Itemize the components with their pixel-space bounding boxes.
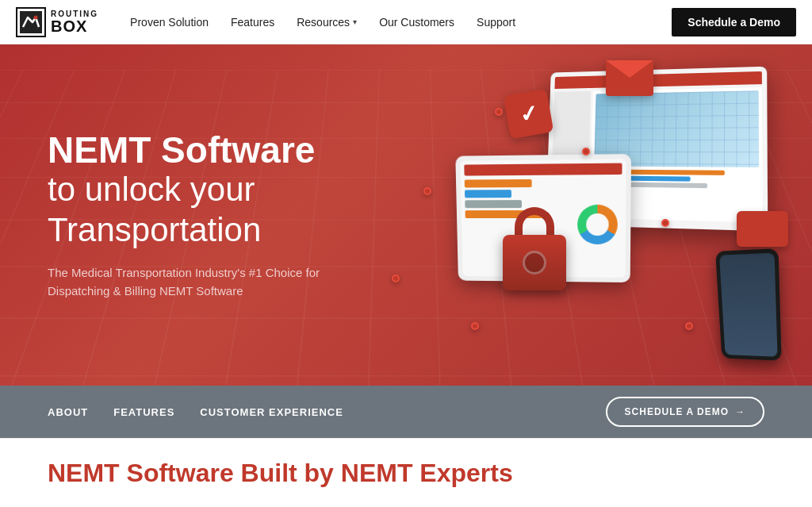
chevron-down-icon: ▾ (353, 17, 357, 26)
logo-box-label: BOX (51, 18, 98, 34)
hero-content: NEMT Software to unlock your Transportat… (0, 130, 373, 300)
nav-resources[interactable]: Resources ▾ (297, 16, 357, 29)
tablet-bar-blue (465, 190, 511, 198)
sec-nav-about[interactable]: ABOUT (48, 406, 88, 418)
svg-rect-0 (20, 11, 42, 33)
schedule-demo-button[interactable]: Schedule a Demo (672, 8, 796, 36)
dot-7 (392, 275, 400, 282)
checkmark-symbol: ✓ (517, 99, 539, 128)
nav-links: Proven Solution Features Resources ▾ Our… (130, 16, 672, 29)
hero-illustration: ✓ (368, 44, 812, 386)
tablet-bar-orange (465, 179, 532, 188)
tablet-bar-row-2 (465, 190, 569, 198)
donut-chart (577, 204, 618, 244)
hero-title: NEMT Software to unlock your Transportat… (48, 130, 325, 250)
svg-point-1 (34, 15, 38, 19)
bottom-section: NEMT Software Built by NEMT Experts (0, 438, 812, 507)
logo-text: ROUTING BOX (51, 10, 98, 34)
logo-routing-label: ROUTING (51, 10, 98, 18)
phone-screen (719, 253, 777, 357)
envelope-icon (606, 60, 653, 96)
lock-illustration (503, 203, 566, 290)
hero-section: NEMT Software to unlock your Transportat… (0, 44, 812, 386)
nav-proven-solution[interactable]: Proven Solution (130, 16, 209, 29)
nav-our-customers[interactable]: Our Customers (379, 16, 454, 29)
sec-nav-customer-experience[interactable]: CUSTOMER EXPERIENCE (200, 406, 343, 418)
dot-6 (471, 322, 479, 330)
tablet-donut-chart (573, 179, 622, 269)
monitor-header (554, 71, 761, 89)
tablet-bar-row-1 (465, 179, 569, 188)
logo[interactable]: ROUTING BOX (16, 7, 98, 37)
nav-features[interactable]: Features (231, 16, 274, 29)
dot-1 (495, 108, 503, 116)
arrow-icon: → (735, 406, 745, 417)
navbar: ROUTING BOX Proven Solution Features Res… (0, 0, 812, 44)
secondary-navbar: ABOUT FEATURES CUSTOMER EXPERIENCE SCHED… (0, 386, 812, 438)
secondary-schedule-demo-button[interactable]: SCHEDULE A DEMO → (606, 397, 764, 427)
notification-icon (606, 60, 653, 100)
sec-nav-features[interactable]: FEATURES (113, 406, 174, 418)
bottom-title: NEMT Software Built by NEMT Experts (48, 459, 513, 488)
secondary-nav-links: ABOUT FEATURES CUSTOMER EXPERIENCE (48, 406, 606, 418)
checkmark-icon: ✓ (504, 89, 554, 140)
dot-2 (582, 148, 590, 156)
lock-body (503, 235, 566, 290)
hero-title-line1: to unlock your (48, 171, 255, 208)
hero-subtitle: The Medical Transportation Industry's #1… (48, 264, 325, 300)
dot-3 (661, 219, 669, 227)
tablet-header (464, 163, 622, 176)
dot-4 (423, 187, 431, 195)
logo-box-icon (16, 7, 46, 37)
hero-title-bold: NEMT Software (48, 129, 315, 171)
nav-support[interactable]: Support (477, 16, 515, 29)
dot-5 (685, 322, 693, 330)
phone-screen-content (719, 253, 777, 357)
hero-title-line2: Transportation (48, 211, 261, 248)
lock-shackle (515, 207, 554, 239)
phone-illustration (715, 248, 782, 361)
message-bubble-icon (737, 211, 788, 247)
